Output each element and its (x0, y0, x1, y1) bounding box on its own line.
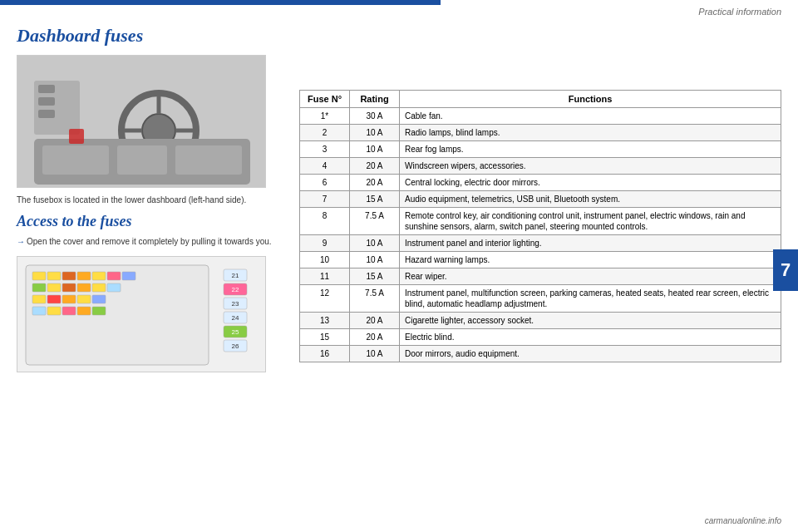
fuse-functions: Rear wiper. (400, 268, 781, 285)
fuse-number: 4 (300, 158, 350, 175)
page-title: Practical information (698, 7, 781, 17)
fuse-functions: Instrument panel and interior lighting. (400, 235, 781, 252)
fuse-rating: 10 A (350, 346, 400, 362)
svg-rect-36 (32, 307, 46, 315)
section-title: Dashboard fuses (17, 25, 291, 47)
fuse-functions: Cigarette lighter, accessory socket. (400, 313, 781, 329)
caption-text: The fusebox is located in the lower dash… (17, 195, 291, 206)
fuse-rating: 15 A (350, 191, 400, 208)
fuse-functions: Instrument panel, multifunction screen, … (400, 285, 781, 313)
table-row: 1010 AHazard warning lamps. (300, 252, 781, 268)
table-row: 127.5 AInstrument panel, multifunction s… (300, 285, 781, 313)
table-row: 87.5 ARemote control key, air conditioni… (300, 208, 781, 235)
svg-rect-32 (47, 295, 61, 303)
svg-text:24: 24 (232, 314, 239, 322)
col-header-functions: Functions (400, 91, 781, 108)
svg-rect-31 (32, 295, 46, 303)
svg-text:22: 22 (232, 286, 239, 293)
fuse-number: 6 (300, 175, 350, 191)
svg-text:21: 21 (232, 272, 239, 279)
right-panel: Fuse N° Rating Functions 1*30 ACable fan… (299, 90, 781, 362)
table-row: 310 ARear fog lamps. (300, 141, 781, 158)
col-header-fuse: Fuse N° (300, 91, 350, 108)
svg-rect-24 (122, 272, 135, 280)
fuse-functions: Cable fan. (400, 108, 781, 125)
svg-rect-12 (38, 85, 55, 93)
fuse-number: 11 (300, 268, 350, 285)
page-header: Practical information (441, 0, 798, 23)
svg-rect-19 (47, 272, 61, 280)
fuse-functions: Electric blind. (400, 329, 781, 346)
fuse-number: 13 (300, 313, 350, 329)
svg-rect-9 (117, 145, 167, 175)
svg-rect-8 (42, 145, 109, 175)
svg-text:26: 26 (232, 342, 239, 350)
svg-rect-38 (62, 307, 76, 315)
table-row: 715 AAudio equipment, telemetrics, USB u… (300, 191, 781, 208)
top-bar (0, 0, 441, 5)
fuse-rating: 7.5 A (350, 208, 400, 235)
fuse-rating: 10 A (350, 235, 400, 252)
fuse-rating: 20 A (350, 158, 400, 175)
table-row: 620 ACentral locking, electric door mirr… (300, 175, 781, 191)
fuse-number: 12 (300, 285, 350, 313)
fuse-table: Fuse N° Rating Functions 1*30 ACable fan… (299, 90, 781, 362)
svg-rect-18 (32, 272, 46, 280)
svg-text:23: 23 (232, 300, 239, 308)
fuse-diagram: 21 22 23 24 25 26 (17, 256, 266, 372)
svg-rect-29 (92, 283, 106, 292)
fuse-number: 15 (300, 329, 350, 346)
fuse-rating: 10 A (350, 252, 400, 268)
svg-rect-30 (107, 283, 121, 292)
svg-rect-13 (38, 97, 55, 106)
svg-rect-33 (62, 295, 76, 303)
table-row: 1610 ADoor mirrors, audio equipment. (300, 346, 781, 362)
svg-rect-35 (92, 295, 106, 303)
fuse-rating: 15 A (350, 268, 400, 285)
dashboard-image (17, 55, 266, 188)
fuse-rating: 20 A (350, 175, 400, 191)
fuse-functions: Door mirrors, audio equipment. (400, 346, 781, 362)
svg-rect-28 (77, 283, 91, 292)
table-row: 210 ARadio lamps, blind lamps. (300, 125, 781, 141)
fuse-number: 8 (300, 208, 350, 235)
fuse-functions: Audio equipment, telemetrics, USB unit, … (400, 191, 781, 208)
col-header-rating: Rating (350, 91, 400, 108)
svg-rect-26 (47, 283, 61, 292)
svg-rect-25 (32, 283, 46, 292)
svg-rect-23 (107, 272, 121, 280)
fuse-number: 10 (300, 252, 350, 268)
access-title: Access to the fuses (17, 213, 291, 230)
fuse-functions: Rear fog lamps. (400, 141, 781, 158)
fuse-functions: Central locking, electric door mirrors. (400, 175, 781, 191)
fuse-number: 3 (300, 141, 350, 158)
svg-rect-27 (62, 283, 76, 292)
table-row: 1520 AElectric blind. (300, 329, 781, 346)
svg-rect-39 (77, 307, 91, 315)
table-row: 1320 ACigarette lighter, accessory socke… (300, 313, 781, 329)
fuse-rating: 20 A (350, 329, 400, 346)
fuse-rating: 7.5 A (350, 285, 400, 313)
svg-rect-40 (92, 307, 106, 315)
fuse-rating: 20 A (350, 313, 400, 329)
svg-text:25: 25 (232, 328, 239, 336)
fuse-functions: Windscreen wipers, accessories. (400, 158, 781, 175)
svg-rect-21 (77, 272, 91, 280)
chapter-number: 7 (773, 249, 798, 291)
fuse-number: 9 (300, 235, 350, 252)
fuse-rating: 10 A (350, 141, 400, 158)
svg-rect-14 (38, 110, 55, 118)
fuse-number: 2 (300, 125, 350, 141)
svg-rect-20 (62, 272, 76, 280)
svg-rect-22 (92, 272, 106, 280)
table-row: 420 AWindscreen wipers, accessories. (300, 158, 781, 175)
fuse-functions: Radio lamps, blind lamps. (400, 125, 781, 141)
svg-rect-37 (47, 307, 61, 315)
svg-rect-15 (69, 129, 84, 144)
footer-text: carmanualonline.info (705, 516, 781, 525)
fuse-functions: Hazard warning lamps. (400, 252, 781, 268)
fuse-number: 7 (300, 191, 350, 208)
fuse-rating: 10 A (350, 125, 400, 141)
svg-rect-34 (77, 295, 91, 303)
footer: carmanualonline.info (0, 516, 798, 525)
